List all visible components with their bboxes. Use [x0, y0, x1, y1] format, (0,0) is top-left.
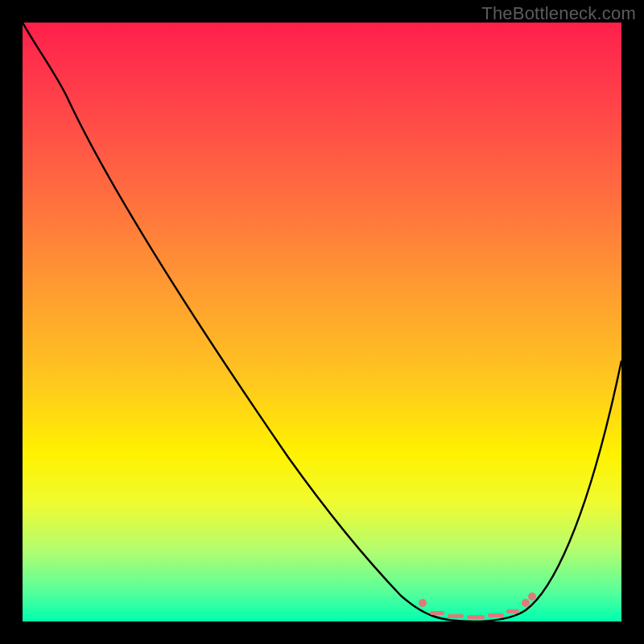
watermark-text: TheBottleneck.com	[481, 3, 636, 24]
highlight-seg-1	[430, 611, 444, 615]
highlight-seg-4	[488, 613, 504, 617]
curve-svg	[23, 23, 621, 621]
highlight-seg-2	[448, 614, 464, 618]
highlight-seg-3	[467, 615, 485, 619]
highlight-seg-5	[506, 609, 519, 613]
bottleneck-curve-path	[23, 23, 621, 621]
chart-frame: TheBottleneck.com	[0, 0, 644, 644]
highlight-dot-right-2	[528, 592, 536, 601]
highlight-dot-left	[419, 599, 427, 607]
highlight-dot-right	[522, 599, 530, 607]
plot-area	[23, 23, 621, 621]
